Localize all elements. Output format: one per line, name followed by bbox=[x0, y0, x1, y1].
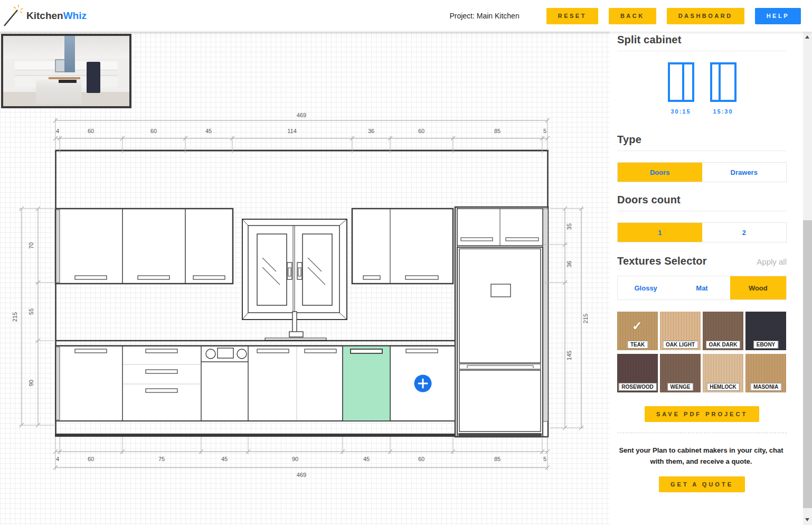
svg-text:60: 60 bbox=[88, 128, 94, 134]
window[interactable] bbox=[242, 219, 347, 320]
doors-count-option-1[interactable]: 1 bbox=[618, 223, 702, 242]
svg-text:60: 60 bbox=[88, 456, 94, 462]
svg-text:60: 60 bbox=[418, 456, 424, 462]
reset-button[interactable]: RESET bbox=[546, 8, 598, 24]
apply-all-link[interactable]: Apply all bbox=[757, 257, 787, 266]
scroll-down-arrow-icon[interactable] bbox=[805, 518, 809, 521]
texture-swatch-label: MASONIA bbox=[750, 383, 781, 391]
svg-text:36: 36 bbox=[368, 128, 374, 134]
svg-text:35: 35 bbox=[566, 223, 572, 230]
split-30-15-icon bbox=[668, 62, 694, 102]
svg-text:60: 60 bbox=[150, 128, 157, 134]
svg-text:215: 215 bbox=[582, 314, 589, 323]
tab-mat[interactable]: Mat bbox=[674, 276, 730, 299]
svg-text:36: 36 bbox=[566, 261, 572, 267]
sidebar-scrollbar[interactable] bbox=[803, 32, 812, 525]
scrollbar-thumb[interactable] bbox=[803, 220, 812, 508]
texture-swatch-label: OAK DARK bbox=[706, 341, 741, 349]
dashed-divider bbox=[617, 433, 787, 433]
help-button[interactable]: HELP bbox=[755, 8, 801, 24]
svg-text:215: 215 bbox=[12, 312, 18, 322]
split-option-label: 15:30 bbox=[710, 108, 737, 115]
wall-cabinet-left-group[interactable] bbox=[55, 209, 233, 284]
svg-text:469: 469 bbox=[297, 472, 306, 478]
tab-glossy[interactable]: Glossy bbox=[618, 276, 674, 299]
split-15-30-icon bbox=[710, 62, 737, 102]
texture-swatch-wenge[interactable]: WENGE bbox=[660, 354, 701, 392]
svg-text:4: 4 bbox=[56, 456, 59, 462]
tab-wood[interactable]: Wood bbox=[730, 276, 786, 299]
preview-cooktop bbox=[59, 80, 76, 83]
svg-text:45: 45 bbox=[221, 456, 228, 462]
back-button[interactable]: BACK bbox=[609, 8, 656, 24]
svg-text:55: 55 bbox=[28, 308, 34, 315]
texture-swatch-masonia[interactable]: MASONIA bbox=[745, 354, 786, 392]
svg-text:85: 85 bbox=[494, 128, 501, 134]
add-item-button[interactable] bbox=[414, 375, 432, 392]
type-toggle: Doors Drawers bbox=[617, 162, 787, 182]
texture-swatch-hemlock[interactable]: HEMLOCK bbox=[703, 354, 743, 392]
split-option-label: 30:15 bbox=[668, 108, 694, 115]
svg-text:114: 114 bbox=[287, 128, 297, 134]
type-option-doors[interactable]: Doors bbox=[618, 163, 702, 182]
doors-count-title: Doors count bbox=[617, 194, 787, 206]
texture-swatch-label: EBONY bbox=[753, 341, 779, 349]
fridge[interactable] bbox=[457, 247, 543, 437]
texture-swatch-label: OAK LIGHT bbox=[663, 341, 698, 349]
svg-text:90: 90 bbox=[28, 380, 34, 386]
tall-fridge-unit[interactable] bbox=[455, 207, 548, 437]
app-header: KitchenWhiz Project: Main Kitchen RESET … bbox=[0, 0, 812, 32]
magic-wand-icon bbox=[3, 3, 25, 29]
texture-swatch-label: WENGE bbox=[667, 383, 694, 391]
preview-island bbox=[36, 79, 81, 105]
textures-selector-title: Textures Selector bbox=[617, 255, 707, 267]
wall-cabinet-right-group[interactable] bbox=[352, 209, 453, 284]
type-option-drawers[interactable]: Drawers bbox=[702, 163, 787, 182]
split-option-30-15[interactable]: 30:15 bbox=[668, 62, 694, 115]
svg-text:75: 75 bbox=[158, 456, 165, 462]
texture-swatch-ebony[interactable]: EBONY bbox=[745, 312, 786, 350]
svg-text:5: 5 bbox=[543, 128, 546, 134]
scroll-up-arrow-icon[interactable] bbox=[805, 35, 809, 39]
plan-canvas[interactable]: 469 4 60 60 45 114 36 60 85 5 469 4 60 7… bbox=[0, 32, 610, 525]
svg-text:145: 145 bbox=[566, 351, 572, 360]
get-a-quote-button[interactable]: GET A QUOTE bbox=[659, 476, 745, 492]
texture-swatch-oak-dark[interactable]: OAK DARK bbox=[703, 312, 743, 350]
selected-check-icon: ✓ bbox=[632, 319, 642, 333]
properties-sidebar: Split cabinet 30:15 15:30 Type Doors Dra… bbox=[610, 32, 803, 525]
door-handle bbox=[406, 349, 438, 353]
svg-text:45: 45 bbox=[363, 456, 370, 462]
preview-fridge bbox=[87, 62, 100, 93]
divider bbox=[617, 51, 787, 51]
base-cabinet-row[interactable] bbox=[55, 346, 455, 421]
selected-cabinet[interactable] bbox=[343, 346, 390, 421]
svg-text:45: 45 bbox=[205, 128, 212, 134]
plinth-bar bbox=[55, 434, 456, 437]
dashboard-button[interactable]: DASHBOARD bbox=[667, 8, 744, 24]
doors-count-toggle: 1 2 bbox=[617, 222, 787, 242]
split-cabinet-title: Split cabinet bbox=[617, 34, 787, 46]
app-title: KitchenWhiz bbox=[26, 10, 87, 22]
save-pdf-button[interactable]: SAVE PDF PROJECT bbox=[645, 406, 759, 422]
texture-swatch-grid: ✓ TEAK OAK LIGHT OAK DARK EBONY ROSEWOOD… bbox=[617, 312, 787, 392]
texture-swatch-oak-light[interactable]: OAK LIGHT bbox=[660, 312, 701, 350]
app-logo[interactable]: KitchenWhiz bbox=[3, 3, 87, 29]
texture-swatch-rosewood[interactable]: ROSEWOOD bbox=[617, 354, 658, 392]
type-title: Type bbox=[617, 134, 787, 146]
quote-description: Sent your Plan to cabinet makers in your… bbox=[613, 445, 789, 467]
door-handle bbox=[75, 349, 107, 353]
texture-swatch-label: ROSEWOOD bbox=[618, 383, 657, 391]
svg-text:70: 70 bbox=[28, 242, 34, 249]
svg-text:4: 4 bbox=[56, 128, 59, 134]
preview-range-hood bbox=[64, 36, 75, 72]
divider bbox=[617, 211, 787, 211]
svg-text:90: 90 bbox=[292, 456, 298, 462]
doors-count-option-2[interactable]: 2 bbox=[702, 223, 787, 242]
3d-preview-thumbnail[interactable] bbox=[1, 34, 131, 108]
project-name-label: Project: Main Kitchen bbox=[449, 12, 519, 20]
split-option-15-30[interactable]: 15:30 bbox=[710, 62, 737, 115]
texture-swatch-label: HEMLOCK bbox=[706, 383, 740, 391]
countertop bbox=[55, 341, 455, 345]
texture-swatch-teak[interactable]: ✓ TEAK bbox=[617, 312, 658, 350]
divider bbox=[617, 151, 787, 151]
